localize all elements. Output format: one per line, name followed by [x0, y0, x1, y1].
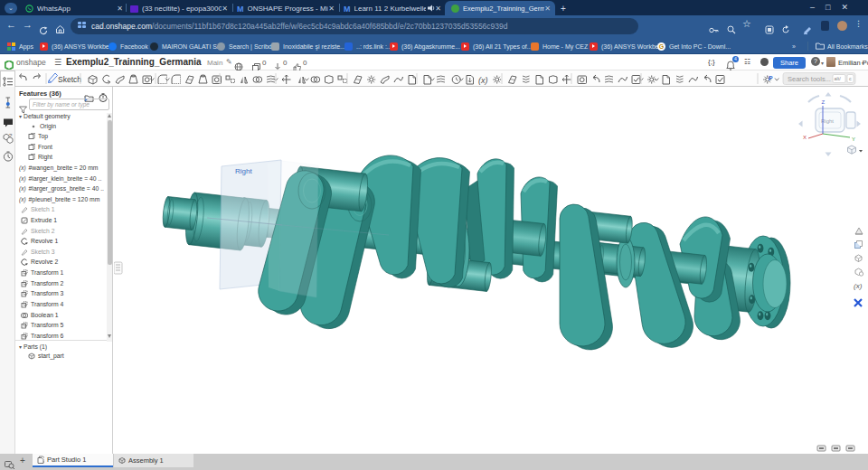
svg-text:Y: Y [852, 136, 855, 142]
svg-text:Sketch: Sketch [58, 75, 81, 84]
svg-text:Z: Z [822, 99, 826, 105]
svg-text:(x): (x) [478, 76, 488, 85]
svg-text:alt/: alt/ [835, 76, 842, 81]
svg-text:Right: Right [235, 167, 252, 175]
svg-text:X: X [803, 135, 807, 140]
svg-text:?: ? [9, 133, 13, 138]
svg-text:P: P [769, 75, 773, 81]
svg-text:c: c [849, 76, 852, 81]
svg-text:(x): (x) [854, 282, 863, 290]
svg-text:Search tools...: Search tools... [788, 75, 831, 83]
